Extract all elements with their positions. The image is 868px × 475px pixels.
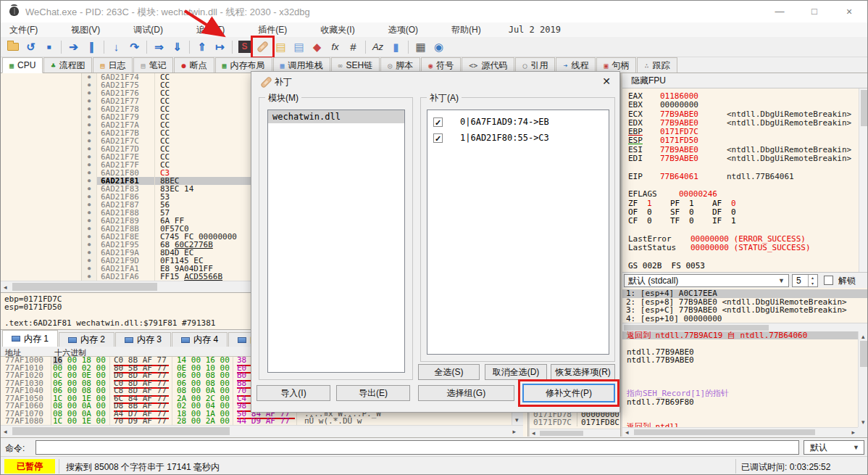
tab-脚本[interactable]: ◎脚本 (380, 57, 420, 73)
menu-item[interactable]: 追踪(T) (189, 23, 232, 36)
argument-depth-spinner[interactable]: 5▴▾ (792, 274, 818, 287)
argument-row[interactable]: 3: [esp+C] 77B9ABE0 <ntdll.DbgUiRemoteBr… (622, 306, 868, 315)
stack-row[interactable]: 0171FD7C0171FD8C (530, 418, 620, 426)
breakpoint-dot-icon[interactable]: ● (82, 273, 96, 281)
breakpoint-dot-icon[interactable]: ● (82, 129, 96, 137)
scroll-right-icon[interactable]: ▸ (851, 427, 855, 437)
trace-over-icon[interactable]: ⇓ (168, 38, 186, 56)
tab-内存 3[interactable]: 内存 3 (115, 332, 171, 347)
tab-线程[interactable]: ➔线程 (556, 57, 596, 73)
command-mode-select[interactable]: 默认▼ (804, 440, 864, 455)
scrollbar-thumb[interactable] (624, 325, 769, 331)
register-row[interactable]: CF0TF0IF1 (628, 217, 868, 226)
scroll-left-icon[interactable]: ◂ (625, 427, 629, 437)
tab-符号[interactable]: ◉符号 (421, 57, 461, 73)
dialog-title-bar[interactable]: 补丁 ✕ (251, 72, 619, 91)
pick-groups-button[interactable]: 选择组(G) (418, 385, 514, 401)
breakpoint-dot-icon[interactable]: ● (82, 233, 96, 241)
stack-info-line[interactable] (622, 373, 858, 381)
breakpoint-dot-icon[interactable]: ● (82, 73, 96, 81)
stack-info-line[interactable]: ntdll.77B69F80 (622, 398, 858, 406)
scroll-down-icon[interactable]: ▾ (861, 417, 865, 427)
menu-item[interactable]: 选项(O) (381, 23, 425, 36)
globe-icon[interactable]: ◉ (430, 38, 448, 56)
register-row[interactable]: EDI77B9ABE0<ntdll.DbgUiRemoteBreakin> (628, 154, 868, 163)
close-button[interactable]: × (832, 1, 866, 22)
hide-fpu-button[interactable]: 隐藏FPU (622, 73, 868, 88)
tab-内存 4[interactable]: 内存 4 (172, 332, 228, 347)
menu-item[interactable]: 插件(E) (251, 23, 294, 36)
unlock-checkbox[interactable] (824, 276, 833, 285)
breakpoint-dot-icon[interactable]: ● (82, 105, 96, 113)
stack-info-line[interactable] (622, 406, 858, 414)
run-icon[interactable]: ➔ (64, 38, 83, 56)
tab-句柄[interactable]: ▣句柄 (596, 57, 636, 73)
register-row[interactable] (628, 181, 868, 190)
tab-内存 2[interactable]: 内存 2 (59, 332, 114, 347)
breakpoint-dot-icon[interactable]: ● (82, 161, 96, 169)
checkbox-icon[interactable]: ✓ (433, 133, 443, 143)
patch-item[interactable]: ✓0|6A7F1AD9:74->EB (427, 114, 609, 130)
tab-笔记[interactable]: ▤笔记 (133, 57, 173, 73)
scroll-up-icon[interactable]: ▴ (861, 331, 865, 342)
select-all-button[interactable]: 全选(S) (418, 364, 480, 380)
tab-内存布局[interactable]: ▦内存布局 (215, 57, 272, 73)
comment-icon[interactable]: ▤ (272, 38, 290, 56)
stop-icon[interactable]: ■ (40, 38, 58, 56)
scrollbar-thumb[interactable] (12, 283, 157, 291)
menu-item[interactable]: 视图(V) (64, 23, 107, 36)
scroll-right-icon[interactable]: ▸ (512, 426, 516, 437)
scrollbar-thumb[interactable] (634, 429, 815, 435)
dump-hscrollbar[interactable]: ◂ ▸ (1, 425, 523, 437)
scroll-left-icon[interactable]: ◂ (4, 282, 7, 292)
spinner-arrows-icon[interactable]: ▴▾ (808, 275, 817, 286)
breakpoint-dot-icon[interactable]: ● (82, 113, 96, 121)
phone-icon[interactable]: ▮ (387, 38, 405, 56)
breakpoint-dot-icon[interactable]: ● (82, 153, 96, 161)
module-list[interactable]: wechatwin.dll (267, 110, 405, 373)
restart-icon[interactable]: ↺ (22, 38, 40, 56)
tab-内存 1[interactable]: 内存 1 (2, 330, 58, 347)
dialog-close-icon[interactable]: ✕ (602, 75, 611, 87)
minimize-button[interactable]: — (763, 1, 796, 22)
scrollbar-thumb[interactable] (861, 90, 867, 126)
function-icon[interactable]: fx (326, 38, 344, 56)
breakpoint-dot-icon[interactable]: ● (82, 81, 96, 89)
scrollbar-thumb[interactable] (12, 427, 230, 435)
tab-引用[interactable]: ○引用 (515, 57, 555, 73)
breakpoint-dot-icon[interactable]: ● (82, 193, 96, 201)
register-row[interactable]: OF0SF0DF0 (628, 208, 868, 217)
arguments-pane[interactable]: 1: [esp+4] A0C17EEA2: [esp+8] 77B9ABE0 <… (622, 288, 868, 323)
dump-row[interactable]: 77AF10801C 00 1E 0070 D9 AF 7728 00 2A 0… (1, 418, 512, 425)
calling-convention-select[interactable]: 默认 (stdcall)▼ (624, 274, 789, 287)
register-row[interactable]: LastStatus00000000 (STATUS_SUCCESS) (628, 244, 868, 252)
argument-row[interactable]: 4: [esp+10] 00000000 (622, 315, 868, 323)
patch-icon[interactable] (254, 38, 272, 56)
tab-断点[interactable]: ●断点 (174, 57, 214, 73)
pause-icon[interactable]: ∥ (83, 38, 101, 56)
tab-跟踪[interactable]: ∴跟踪 (637, 57, 677, 73)
register-row[interactable]: ZF1PF1AF0 (628, 199, 868, 208)
tab-CPU[interactable]: ▦CPU (2, 57, 43, 73)
breakpoint-dot-icon[interactable]: ● (82, 177, 96, 185)
menu-item[interactable]: 收藏夹(I) (313, 23, 362, 36)
tab-流程图[interactable]: ♣流程图 (43, 57, 92, 73)
trace-into-icon[interactable]: ⇒ (150, 38, 168, 56)
scrollbar-thumb[interactable] (540, 431, 583, 436)
scroll-left-icon[interactable]: ◂ (532, 428, 535, 438)
breakpoint-dot-icon[interactable]: ● (82, 185, 96, 193)
stack-info-line[interactable] (622, 365, 858, 373)
calculator-icon[interactable]: ▦ (412, 38, 430, 56)
stack-info-line[interactable]: ntdll.77B9ABE0 (622, 356, 858, 364)
breakpoint-dot-icon[interactable]: ● (82, 209, 96, 217)
maximize-button[interactable]: □ (798, 1, 831, 22)
execute-till-return-icon[interactable]: ⇑ (193, 38, 211, 56)
patch-list[interactable]: ✓0|6A7F1AD9:74->EB✓1|6AD21F80:55->C3 (427, 110, 609, 355)
register-row[interactable]: EIP77B64061ntdll.77B64061 (628, 173, 868, 181)
deselect-all-button[interactable]: 取消全选(D) (485, 364, 547, 380)
scylla-icon[interactable]: S (235, 38, 254, 56)
breakpoint-dot-icon[interactable]: ● (82, 257, 96, 265)
registers-vscrollbar[interactable] (859, 88, 868, 272)
stack-hscrollbar[interactable]: ◂ (530, 429, 620, 437)
scroll-left-icon[interactable]: ◂ (4, 426, 7, 437)
